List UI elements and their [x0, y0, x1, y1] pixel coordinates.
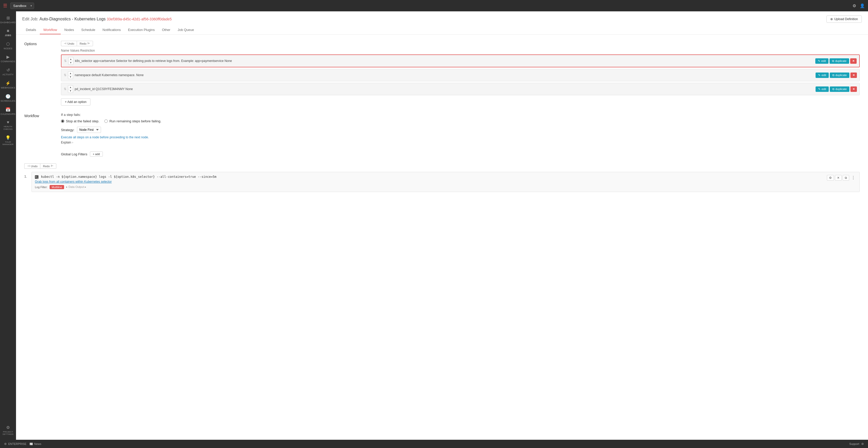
- log-filter-multiline-button[interactable]: Multiline: [50, 185, 64, 189]
- option-actions-1: ✎ edit ⧉ duplicate ✕: [815, 58, 857, 64]
- step-cmd-text-1: kubectl -n ${option.namespace} logs -l $…: [41, 175, 216, 179]
- sidebar-label-jobs: JOBS: [5, 34, 11, 37]
- glf-add-button[interactable]: + add: [90, 151, 103, 157]
- move-up-1[interactable]: ▲: [68, 57, 73, 61]
- workspace-selector[interactable]: Sandbox ▾: [10, 3, 34, 9]
- main-content-area: Edit Job: Auto-Diagnostics - Kubernetes …: [16, 11, 868, 440]
- sidebar-label-dashboard: DASHBOARD: [0, 21, 16, 24]
- step-settings-button-1[interactable]: ⚙: [827, 175, 834, 181]
- jobs-icon: ≡: [7, 29, 9, 33]
- move-down-3[interactable]: ▼: [68, 89, 73, 93]
- dashboard-icon: ⊞: [6, 15, 10, 21]
- edit-option-2-button[interactable]: ✎ edit: [815, 72, 829, 78]
- move-up-3[interactable]: ▲: [68, 85, 73, 89]
- news-section[interactable]: 📰 News: [29, 442, 41, 446]
- log-filter-options[interactable]: ▸ Data Output ▸: [66, 185, 86, 188]
- drag-handle-1[interactable]: ⇅: [64, 59, 67, 63]
- settings-icon[interactable]: ⚙: [852, 3, 856, 8]
- sidebar-item-nodes[interactable]: ⬡ NODES: [1, 39, 15, 52]
- sidebar-item-jobs[interactable]: ≡ JOBS: [1, 27, 15, 39]
- undo-label: Undo: [67, 42, 74, 45]
- sidebar-label-schedules: SCHEDULES: [1, 100, 16, 102]
- radio-run-input[interactable]: [104, 119, 108, 123]
- steps-undo-label: Undo: [31, 165, 37, 168]
- radio-stop-label: Stop at the failed step.: [66, 119, 99, 123]
- drag-handle-2[interactable]: ⇅: [64, 73, 66, 77]
- sidebar-item-health-checks[interactable]: ♥ HEALTH CHECKS: [1, 118, 15, 132]
- workspace-select[interactable]: Sandbox: [10, 3, 34, 9]
- edit-option-1-button[interactable]: ✎ edit: [815, 58, 829, 64]
- drag-handle-3[interactable]: ⇅: [64, 87, 66, 91]
- delete-option-2-button[interactable]: ✕: [850, 72, 857, 78]
- tab-schedule[interactable]: Schedule: [78, 26, 99, 34]
- status-bar-right: Support ⚙: [849, 442, 864, 446]
- page-title: Edit Job: Auto-Diagnostics - Kubernetes …: [22, 17, 172, 22]
- option-row-1: ⇅ ▲ ▼ k8s_selector app=cartservice Selec…: [61, 55, 860, 67]
- radio-group: Stop at the failed step. Run remaining s…: [61, 119, 860, 123]
- sidebar-item-tour-manager[interactable]: 💡 TOUR MANAGER: [1, 133, 15, 148]
- tab-details[interactable]: Details: [22, 26, 40, 34]
- tab-notifications[interactable]: Notifications: [99, 26, 125, 34]
- topbar-icons: ⚙ 👤: [852, 3, 865, 8]
- duplicate-option-1-button[interactable]: ⧉ duplicate: [830, 58, 849, 64]
- move-buttons-1: ▲ ▼: [68, 57, 73, 65]
- move-buttons-3: ▲ ▼: [68, 85, 73, 93]
- steps-redo-button[interactable]: Redo ⊢: [40, 163, 56, 169]
- move-up-2[interactable]: ▲: [68, 71, 73, 75]
- options-redo-button[interactable]: Redo ⊢: [77, 41, 93, 46]
- options-undo-button[interactable]: ⊣ Undo: [61, 41, 77, 46]
- support-icon: ⚙: [861, 442, 864, 446]
- step-link-1[interactable]: Grab logs from all containers within Kub…: [35, 180, 216, 183]
- sidebar-item-dashboard[interactable]: ⊞ DASHBOARD: [1, 13, 15, 26]
- sidebar-item-webhooks[interactable]: ⚡ WEBHOOKS: [1, 79, 15, 91]
- tab-nodes[interactable]: Nodes: [61, 26, 78, 34]
- step-command-area: >_ kubectl -n ${option.namespace} logs -…: [35, 175, 216, 189]
- explain-link[interactable]: Explain ›: [61, 141, 860, 144]
- step-actions-1: ⚙ ✕ ⧉ ⋮: [827, 175, 857, 181]
- sidebar: ⊞ DASHBOARD ≡ JOBS ⬡ NODES ▶ COMMANDS ↺ …: [0, 11, 16, 440]
- delete-option-3-button[interactable]: ✕: [850, 87, 857, 92]
- tab-other[interactable]: Other: [158, 26, 174, 34]
- sidebar-item-activity[interactable]: ↺ ACTIVITY: [1, 66, 15, 78]
- steps-redo-label: Redo: [43, 165, 50, 168]
- step-delete-button-1[interactable]: ✕: [835, 175, 842, 181]
- radio-stop-input[interactable]: [61, 119, 64, 123]
- main-layout: ⊞ DASHBOARD ≡ JOBS ⬡ NODES ▶ COMMANDS ↺ …: [0, 11, 868, 440]
- strategy-row: Strategy: Node First Sequential Parallel: [61, 127, 860, 133]
- move-down-1[interactable]: ▼: [68, 61, 73, 65]
- upload-label: Upload Definition: [834, 17, 858, 21]
- upload-definition-button[interactable]: ⊕ Upload Definition: [827, 15, 862, 23]
- radio-run[interactable]: Run remaining steps before failing.: [104, 119, 161, 123]
- support-label[interactable]: Support: [849, 442, 859, 445]
- duplicate-option-3-button[interactable]: ⧉ duplicate: [830, 87, 849, 92]
- radio-stop[interactable]: Stop at the failed step.: [61, 119, 99, 123]
- explain-chevron-icon: ›: [72, 141, 73, 144]
- steps-undo-button[interactable]: ⊣ Undo: [24, 163, 40, 169]
- tab-execution-plugins[interactable]: Execution Plugins: [125, 26, 158, 34]
- news-label[interactable]: News: [34, 442, 41, 445]
- tab-job-queue[interactable]: Job Queue: [174, 26, 197, 34]
- delete-option-1-button[interactable]: ✕: [850, 58, 857, 64]
- tab-workflow[interactable]: Workflow: [40, 26, 61, 34]
- calendars-icon: 📅: [5, 107, 10, 112]
- sidebar-item-calendars[interactable]: 📅 CALENDARS: [1, 105, 15, 118]
- edit-option-3-button[interactable]: ✎ edit: [815, 87, 829, 92]
- strategy-select[interactable]: Node First Sequential Parallel: [77, 127, 101, 133]
- add-option-button[interactable]: + Add an option: [61, 98, 90, 106]
- sidebar-item-project-settings[interactable]: ⚙ PROJECT SETTINGS: [1, 423, 15, 438]
- step-inner-1: >_ kubectl -n ${option.namespace} logs -…: [35, 175, 857, 189]
- schedules-icon: 🕐: [5, 94, 10, 99]
- workflow-label: Workflow: [24, 113, 53, 144]
- duplicate-option-2-button[interactable]: ⧉ duplicate: [830, 72, 849, 78]
- sidebar-item-schedules[interactable]: 🕐 SCHEDULES: [1, 92, 15, 105]
- step-more-button-1[interactable]: ⋮: [850, 175, 857, 181]
- move-down-2[interactable]: ▼: [68, 75, 73, 79]
- step-copy-button-1[interactable]: ⧉: [843, 175, 849, 181]
- logo-icon[interactable]: ☰: [3, 3, 7, 8]
- project-settings-icon: ⚙: [6, 425, 10, 430]
- steps-undo-icon: ⊣: [27, 164, 30, 168]
- duplicate-icon-1: ⧉: [832, 59, 834, 63]
- sidebar-item-commands[interactable]: ▶ COMMANDS: [1, 53, 15, 65]
- edit-icon-3: ✎: [818, 88, 820, 91]
- user-icon[interactable]: 👤: [860, 3, 865, 8]
